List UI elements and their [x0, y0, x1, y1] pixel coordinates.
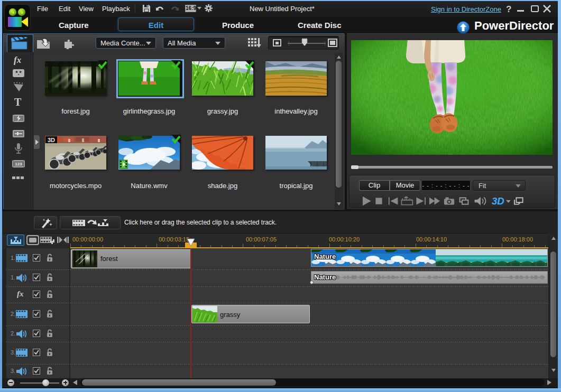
svg-text:*.*: *.* — [15, 70, 22, 76]
svg-text:3D: 3D — [492, 195, 504, 207]
svg-text:3D: 3D — [48, 137, 55, 143]
svg-text:123: 123 — [15, 162, 22, 166]
